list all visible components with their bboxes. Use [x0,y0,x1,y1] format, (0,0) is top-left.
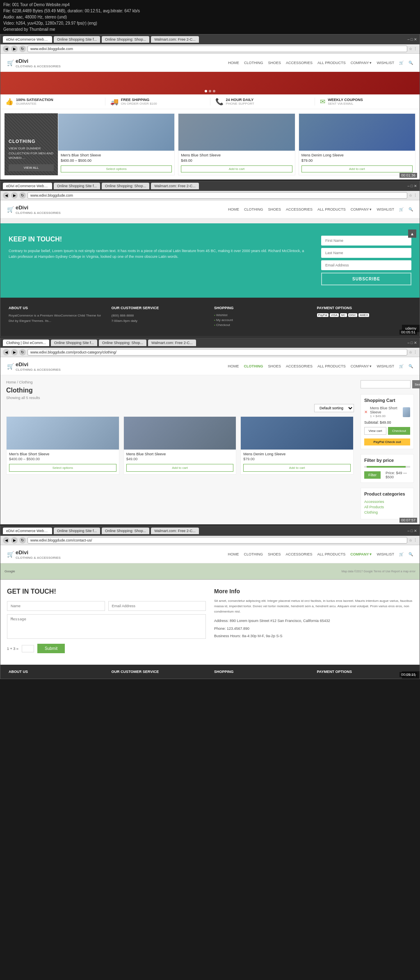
captcha-input-4[interactable] [22,645,34,652]
browser-tab-1-2[interactable]: Online Shopping Site f... [54,36,100,43]
browser-tab-2-2[interactable]: Online Shopping Site f... [54,183,100,189]
sidebar-search-button-3[interactable]: Search [412,380,420,388]
browser-tab-4-active[interactable]: eDivi eCommerce Webs... [3,528,52,534]
nav-clothing-4[interactable]: CLOTHING [244,552,263,556]
search-nav-icon-3[interactable]: 🔍 [409,364,413,368]
footer-wishlist-2[interactable]: Wishlist [214,313,309,317]
footer-checkout-2[interactable]: Checkout [214,323,309,327]
star-icon-4[interactable]: ☆ [409,538,412,542]
browser-tab-3-3[interactable]: Online Shopping: Shop... [99,340,146,346]
nav-allproducts-4[interactable]: ALL PRODUCTS [317,552,345,556]
nav-shoes-3[interactable]: SHOES [268,364,281,368]
menu-icon-2[interactable]: ⋮ [413,193,417,197]
nav-allproducts-2[interactable]: ALL PRODUCTS [317,207,346,211]
nav-home-4[interactable]: HOME [228,552,239,556]
view-all-button-1[interactable]: VIEW ALL [9,164,54,171]
lastname-input[interactable] [321,248,411,258]
sidebar-search-input-3[interactable] [361,380,411,388]
cart-nav-icon-3[interactable]: 🛒 [399,364,404,368]
firstname-input[interactable] [321,236,411,246]
product-grid-btn-3-1[interactable]: Select options [9,464,116,472]
search-nav-icon-4[interactable]: 🔍 [409,552,413,556]
nav-company-3[interactable]: COMPANY ▾ [351,364,372,368]
address-bar-1[interactable]: www.edivi.bloggdude.com [27,46,407,52]
browser-tab-4-3[interactable]: Online Shopping: Shop... [102,528,149,534]
nav-company-4-active[interactable]: COMPANY ▾ [350,552,372,556]
product-btn-1-3[interactable]: Add to cart [301,165,413,172]
nav-clothing-3-active[interactable]: CLOTHING [244,364,263,368]
nav-clothing-1[interactable]: CLOTHING [244,61,263,65]
nav-shoes-1[interactable]: SHOES [268,61,281,65]
back-button-2[interactable]: ◀ [3,192,9,199]
browser-tab-3-active[interactable]: Clothing | Divi eComm... [3,340,49,346]
slider-dot-1[interactable] [205,90,207,92]
browser-tab-4-2[interactable]: Online Shopping Site f... [54,528,100,534]
browser-window-controls-4[interactable]: – □ ✕ [408,529,417,533]
star-icon-1[interactable]: ☆ [409,47,412,51]
nav-company-2[interactable]: COMPANY ▾ [351,207,372,211]
cart-nav-icon-4[interactable]: 🛒 [399,552,404,556]
nav-accessories-4[interactable]: ACCESSORIES [285,552,312,556]
cart-remove-icon-3[interactable]: ✕ [364,410,368,414]
menu-icon-1[interactable]: ⋮ [413,47,417,51]
nav-allproducts-3[interactable]: ALL PRODUCTS [317,364,346,368]
contact-name-input-4[interactable] [7,601,105,611]
product-btn-1-2[interactable]: Add to cart [181,165,292,172]
refresh-button-1[interactable]: ↻ [19,46,26,52]
nav-home-3[interactable]: HOME [228,364,239,368]
refresh-button-3[interactable]: ↻ [19,349,26,356]
category-allproducts-3[interactable]: All Products [364,505,410,509]
menu-icon-3[interactable]: ⋮ [413,350,417,354]
nav-allproducts-1[interactable]: ALL PRODUCTS [317,61,346,65]
cart-nav-icon-1[interactable]: 🛒 [399,61,404,65]
back-button-3[interactable]: ◀ [3,349,9,356]
nav-wishlist-1[interactable]: WISHLIST [377,61,394,65]
back-button-4[interactable]: ◀ [3,537,9,544]
price-slider-3[interactable] [364,466,410,468]
nav-shoes-4[interactable]: SHOES [268,552,281,556]
slider-dot-2[interactable] [209,90,211,92]
category-clothing-3[interactable]: Clothing [364,510,410,514]
refresh-button-4[interactable]: ↻ [19,537,26,544]
checkout-button-3[interactable]: Checkout [388,427,410,435]
contact-message-input-4[interactable] [7,614,206,639]
subscribe-button[interactable]: SUBSCRIBE [321,273,411,285]
filter-button-3[interactable]: Filter [364,471,381,479]
nav-clothing-2[interactable]: CLOTHING [244,207,263,211]
product-grid-btn-3-3[interactable]: Add to cart [243,464,351,472]
address-bar-4[interactable]: www.edivi.bloggdude.com/contact-us/ [27,537,407,544]
nav-accessories-3[interactable]: ACCESSORIES [286,364,313,368]
submit-button-4[interactable]: Submit [37,644,65,653]
browser-tab-4-4[interactable]: Walmart.com: Free 2-C... [151,528,199,534]
browser-tab-1-4[interactable]: Walmart.com: Free 2-C... [151,36,199,43]
nav-company-1[interactable]: COMPANY ▾ [351,61,372,65]
scroll-top-button-2[interactable]: ▲ [408,230,416,238]
view-cart-button-3[interactable]: View cart [364,427,386,435]
forward-button-3[interactable]: ▶ [11,349,18,356]
browser-tab-1-3[interactable]: Online Shopping: Shop... [102,36,149,43]
search-nav-icon-2[interactable]: 🔍 [409,207,413,211]
address-bar-3[interactable]: www.edivi.bloggdude.com/product-category… [27,349,407,356]
product-btn-1-1[interactable]: Select options [61,165,172,172]
contact-email-input-4[interactable] [108,601,206,611]
nav-accessories-1[interactable]: ACCESSORIES [286,61,313,65]
sort-select-3[interactable]: Default sorting [314,404,354,412]
browser-window-controls[interactable]: – □ ✕ [408,37,417,41]
refresh-button-2[interactable]: ↻ [19,192,26,199]
nav-shoes-2[interactable]: SHOES [268,207,281,211]
nav-wishlist-3[interactable]: WISHLIST [377,364,394,368]
star-icon-3[interactable]: ☆ [409,350,412,354]
category-accessories-3[interactable]: Accessories [364,500,410,504]
forward-button-2[interactable]: ▶ [11,192,18,199]
browser-window-controls-2[interactable]: – □ ✕ [408,184,417,188]
nav-home-2[interactable]: HOME [228,207,239,211]
slider-dot-3[interactable] [213,90,215,92]
address-bar-2[interactable]: www.edivi.bloggdude.com [27,192,407,199]
nav-wishlist-2[interactable]: WISHLIST [377,207,394,211]
browser-tab-3-4[interactable]: Walmart.com: Free 2-C... [148,340,196,346]
menu-icon-4[interactable]: ⋮ [413,538,417,542]
paypal-button-3[interactable]: PayPal Check out [364,438,410,445]
forward-button-1[interactable]: ▶ [11,46,18,52]
email-input[interactable] [321,260,411,270]
search-nav-icon-1[interactable]: 🔍 [409,61,413,65]
